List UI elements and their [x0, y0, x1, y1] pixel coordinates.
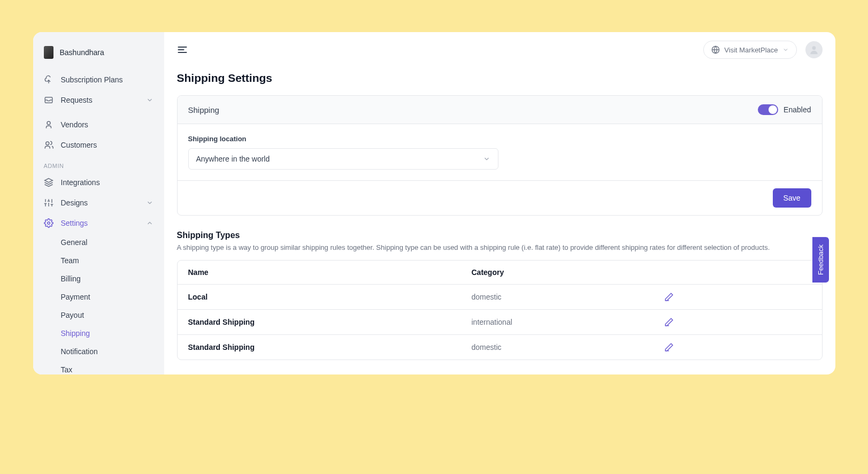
svg-point-3 [47, 222, 50, 225]
feedback-label: Feedback [817, 244, 825, 275]
table-row: Standard Shipping domestic [178, 335, 822, 360]
layers-icon [44, 178, 53, 187]
sidebar-item-label: Settings [61, 219, 88, 227]
sidebar-item-label: Subscription Plans [61, 75, 123, 84]
visit-marketplace-button[interactable]: Visit MarketPlace [703, 41, 796, 59]
shipping-types-table: Name Category Local domestic Standard Sh… [177, 260, 823, 360]
edit-icon[interactable] [664, 342, 674, 352]
svg-point-5 [812, 46, 816, 50]
globe-icon [711, 45, 720, 54]
sidebar-item-vendors[interactable]: Vendors [33, 114, 164, 135]
chevron-down-icon [483, 155, 490, 163]
sidebar-item-label: Integrations [61, 178, 100, 187]
chevron-up-icon [146, 219, 153, 227]
sidebar-item-settings[interactable]: Settings [33, 213, 164, 233]
svg-point-1 [47, 121, 50, 125]
sidebar-sub-general[interactable]: General [33, 233, 164, 251]
sidebar-item-label: Customers [61, 141, 97, 149]
row-category: domestic [472, 293, 664, 301]
main-area: Visit MarketPlace Shipping Settings Ship… [164, 32, 835, 374]
chevron-down-icon [782, 47, 789, 53]
sidebar-sub-notification[interactable]: Notification [33, 342, 164, 361]
sidebar-item-label: Vendors [61, 120, 88, 129]
shipping-card: Shipping Enabled Shipping location Anywh… [177, 95, 823, 216]
sidebar-item-label: Requests [61, 96, 93, 104]
column-header-category: Category [472, 268, 664, 277]
user-icon [44, 120, 53, 129]
brand[interactable]: Bashundhara [33, 43, 164, 70]
shipping-enabled-label: Enabled [783, 105, 811, 114]
shipping-types-description: A shipping type is a way to group simila… [177, 243, 823, 251]
shipping-types-title: Shipping Types [177, 231, 823, 240]
table-row: Local domestic [178, 285, 822, 310]
sidebar-sub-tax[interactable]: Tax [33, 361, 164, 374]
row-name: Local [188, 293, 472, 301]
sidebar-item-designs[interactable]: Designs [33, 193, 164, 213]
chevron-down-icon [146, 199, 153, 207]
sidebar-item-customers[interactable]: Customers [33, 135, 164, 155]
inbox-icon [44, 95, 53, 105]
edit-icon[interactable] [664, 317, 674, 327]
sidebar-item-requests[interactable]: Requests [33, 90, 164, 110]
shipping-location-value: Anywhere in the world [196, 155, 270, 163]
cloud-upload-icon [44, 75, 53, 85]
shipping-card-header: Shipping Enabled [178, 96, 822, 124]
save-button[interactable]: Save [773, 188, 811, 208]
sidebar-sub-payment[interactable]: Payment [33, 288, 164, 306]
brand-icon [44, 46, 53, 59]
sidebar-sub-shipping[interactable]: Shipping [33, 324, 164, 342]
svg-point-2 [45, 142, 49, 145]
users-icon [44, 140, 53, 150]
edit-icon[interactable] [664, 292, 674, 302]
gear-icon [44, 218, 53, 228]
sidebar-item-subscription-plans[interactable]: Subscription Plans [33, 70, 164, 90]
shipping-location-select[interactable]: Anywhere in the world [188, 148, 498, 170]
sidebar-section-admin: ADMIN [33, 155, 164, 172]
sidebar-sub-team[interactable]: Team [33, 251, 164, 270]
brand-name: Bashundhara [60, 48, 104, 57]
page-title: Shipping Settings [177, 72, 823, 85]
row-name: Standard Shipping [188, 343, 472, 351]
row-category: domestic [472, 343, 664, 351]
table-header-row: Name Category [178, 261, 822, 285]
sidebar-sub-billing[interactable]: Billing [33, 270, 164, 288]
sidebar: Bashundhara Subscription Plans Requests … [33, 32, 164, 374]
column-header-name: Name [188, 268, 472, 277]
sidebar-sub-payout[interactable]: Payout [33, 306, 164, 324]
shipping-enabled-toggle[interactable] [758, 104, 778, 115]
row-category: international [472, 318, 664, 326]
visit-marketplace-label: Visit MarketPlace [724, 46, 778, 54]
avatar[interactable] [805, 41, 823, 58]
sliders-icon [44, 198, 53, 208]
sidebar-item-integrations[interactable]: Integrations [33, 172, 164, 193]
table-row: Standard Shipping international [178, 310, 822, 335]
sidebar-item-label: Designs [61, 198, 88, 207]
feedback-button[interactable]: Feedback [812, 237, 829, 282]
row-name: Standard Shipping [188, 318, 472, 326]
header: Visit MarketPlace [164, 32, 835, 67]
chevron-down-icon [146, 96, 153, 104]
shipping-card-title: Shipping [188, 105, 219, 114]
shipping-location-label: Shipping location [188, 135, 811, 143]
menu-toggle-icon[interactable] [177, 44, 188, 55]
